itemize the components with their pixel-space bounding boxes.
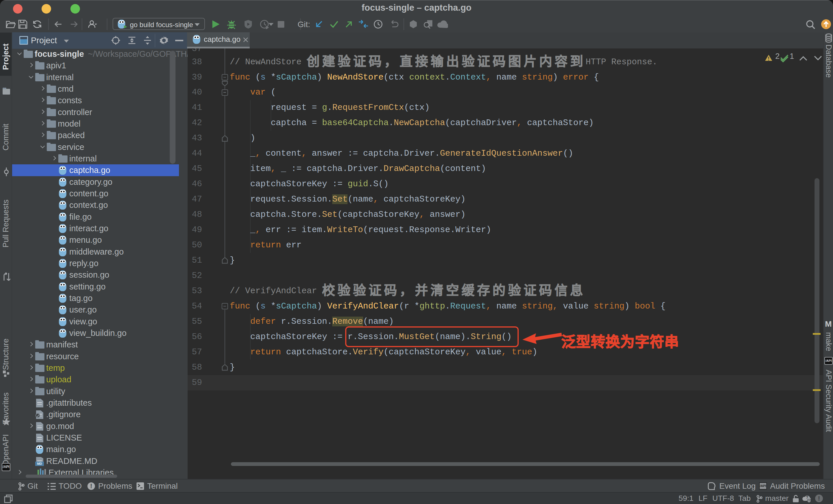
svg-text:?: ?	[806, 495, 808, 500]
